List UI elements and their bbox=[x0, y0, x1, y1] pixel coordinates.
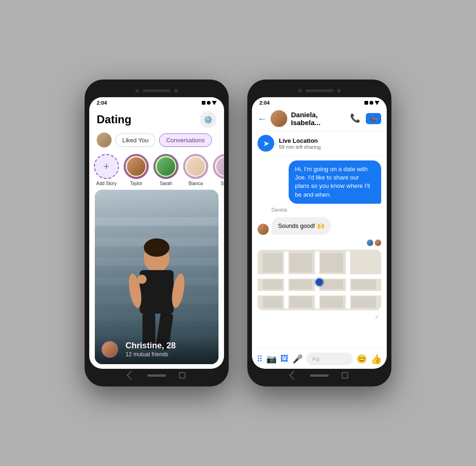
live-location-label: Live Location bbox=[279, 137, 321, 144]
live-location-banner[interactable]: ➤ Live Location 59 min left sharing bbox=[252, 131, 387, 156]
front-camera-right bbox=[298, 89, 302, 93]
live-location-sublabel: 59 min left sharing bbox=[279, 144, 321, 150]
message-input[interactable]: Aa bbox=[306, 353, 353, 365]
status-bar-left: 2:04 bbox=[89, 97, 224, 107]
bianca-avatar bbox=[185, 156, 206, 177]
speaker-right bbox=[305, 89, 333, 92]
back-nav-left[interactable] bbox=[126, 371, 136, 380]
emoji-button[interactable]: 😊 bbox=[357, 354, 367, 364]
received-message-row: Sounds good! 🙌 bbox=[258, 217, 381, 235]
right-phone: 2:04 ← Daniela, Isabela... 📞 📹 ➤ Live Lo… bbox=[247, 80, 391, 386]
speaker-left bbox=[143, 89, 171, 92]
profile-name-block: Christine, 28 12 mutual friends bbox=[126, 341, 176, 358]
svg-rect-0 bbox=[95, 217, 218, 226]
status-icons-left bbox=[202, 101, 217, 105]
like-button[interactable]: 👍 bbox=[370, 353, 382, 365]
apps-icon[interactable]: ⠿ bbox=[257, 354, 263, 364]
svg-point-7 bbox=[144, 239, 169, 257]
map-widget[interactable] bbox=[258, 250, 381, 310]
add-story-circle: + bbox=[94, 154, 119, 179]
camera-icon[interactable]: 📷 bbox=[266, 354, 277, 364]
video-call-button[interactable]: 📹 bbox=[366, 113, 381, 124]
map-background bbox=[258, 250, 381, 310]
svg-rect-24 bbox=[289, 280, 312, 289]
profile-info-overlay: Christine, 28 12 mutual friends bbox=[95, 335, 218, 364]
contact-name: Daniela, Isabela... bbox=[291, 111, 346, 126]
sp-label: Sp... bbox=[221, 181, 224, 186]
svg-rect-21 bbox=[320, 253, 343, 273]
wifi-icon-left bbox=[207, 101, 211, 105]
call-button[interactable]: 📞 bbox=[350, 113, 360, 124]
map-svg bbox=[258, 250, 381, 310]
svg-rect-26 bbox=[351, 280, 376, 289]
battery-icon-left bbox=[202, 101, 205, 105]
user-avatar-tab bbox=[97, 133, 112, 147]
mic-icon[interactable]: 🎤 bbox=[292, 354, 303, 364]
story-bianca[interactable]: Bianca bbox=[183, 154, 208, 186]
profile-mutual: 12 mutual friends bbox=[126, 351, 176, 358]
sarah-avatar bbox=[156, 156, 176, 177]
receipt-avatar-1 bbox=[367, 240, 373, 246]
tab-row: Liked You Conversations bbox=[89, 130, 224, 150]
taylor-label: Taylor bbox=[130, 181, 143, 186]
svg-rect-5 bbox=[95, 313, 218, 321]
settings-button[interactable]: ⚙️ bbox=[200, 111, 217, 128]
story-sp[interactable]: Sp... bbox=[213, 154, 224, 186]
signal-icon-left bbox=[212, 101, 217, 105]
image-icon[interactable]: 🖼 bbox=[280, 354, 289, 364]
recents-nav-left[interactable] bbox=[179, 372, 185, 379]
bianca-label: Bianca bbox=[189, 181, 203, 186]
check-icon: ✓ bbox=[375, 314, 379, 320]
svg-rect-27 bbox=[263, 296, 282, 308]
phone-top-bar-right bbox=[252, 84, 387, 97]
sp-avatar bbox=[215, 156, 224, 177]
story-taylor[interactable]: Taylor bbox=[124, 154, 149, 186]
profile-mini-avatar bbox=[101, 341, 118, 358]
contact-avatar bbox=[271, 110, 287, 127]
chat-area: Hi, I'm going on a date with Joe. I'd li… bbox=[252, 156, 387, 348]
svg-rect-28 bbox=[289, 296, 312, 308]
add-story-item[interactable]: + Add Story bbox=[94, 154, 119, 186]
status-icons-right bbox=[364, 101, 379, 105]
svg-point-33 bbox=[314, 277, 325, 287]
svg-point-13 bbox=[138, 275, 147, 284]
receipt-avatar-2 bbox=[375, 240, 381, 246]
svg-rect-29 bbox=[320, 296, 343, 308]
profile-name: Christine, 28 bbox=[126, 341, 176, 351]
recents-nav-right[interactable] bbox=[342, 372, 348, 379]
story-sarah[interactable]: Sarah bbox=[153, 154, 178, 186]
status-time-left: 2:04 bbox=[97, 100, 107, 106]
profile-card[interactable]: Christine, 28 12 mutual friends bbox=[95, 190, 218, 364]
phone-top-bar-left bbox=[89, 84, 224, 97]
location-icon: ➤ bbox=[258, 135, 274, 152]
dating-header: Dating ⚙️ bbox=[89, 107, 224, 130]
sent-message-1: Hi, I'm going on a date with Joe. I'd li… bbox=[289, 160, 382, 204]
nav-bar-left bbox=[89, 369, 224, 382]
nav-bar-right bbox=[252, 369, 387, 382]
left-screen: 2:04 Dating ⚙️ Liked You Conversations + bbox=[89, 97, 224, 369]
sarah-label: Sarah bbox=[160, 181, 172, 186]
left-phone: 2:04 Dating ⚙️ Liked You Conversations + bbox=[85, 80, 229, 386]
front-camera-left bbox=[135, 89, 139, 93]
signal-icon-right bbox=[375, 101, 379, 105]
conversations-tab[interactable]: Conversations bbox=[159, 133, 212, 147]
sender-label-daniela: Daniela bbox=[271, 207, 381, 213]
messenger-header: ← Daniela, Isabela... 📞 📹 bbox=[252, 107, 387, 131]
battery-icon-right bbox=[364, 101, 368, 105]
home-nav-right[interactable] bbox=[310, 374, 329, 377]
back-nav-right[interactable] bbox=[289, 371, 298, 380]
message-input-row: ⠿ 📷 🖼 🎤 Aa 😊 👍 bbox=[252, 348, 387, 369]
svg-rect-22 bbox=[263, 253, 282, 273]
back-arrow-button[interactable]: ← bbox=[258, 113, 267, 124]
daniela-avatar bbox=[258, 224, 269, 235]
read-receipts bbox=[258, 240, 381, 246]
status-time-right: 2:04 bbox=[259, 100, 270, 106]
wifi-icon-right bbox=[370, 101, 373, 105]
dating-title: Dating bbox=[97, 113, 132, 126]
right-screen: 2:04 ← Daniela, Isabela... 📞 📹 ➤ Live Lo… bbox=[252, 97, 387, 369]
taylor-avatar bbox=[126, 156, 146, 177]
liked-you-tab[interactable]: Liked You bbox=[115, 133, 155, 147]
svg-rect-23 bbox=[263, 280, 282, 289]
home-nav-left[interactable] bbox=[147, 374, 166, 377]
profile-card-bg: Christine, 28 12 mutual friends bbox=[95, 190, 218, 364]
